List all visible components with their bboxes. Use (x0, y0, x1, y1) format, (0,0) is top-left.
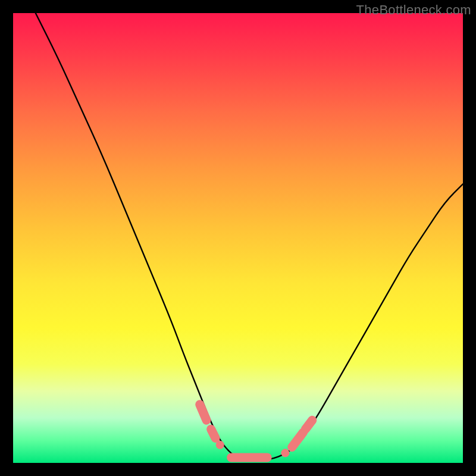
gradient-plot-area (13, 13, 463, 463)
watermark-text: TheBottleneck.com (356, 2, 471, 18)
chart-frame: TheBottleneck.com (0, 0, 476, 476)
